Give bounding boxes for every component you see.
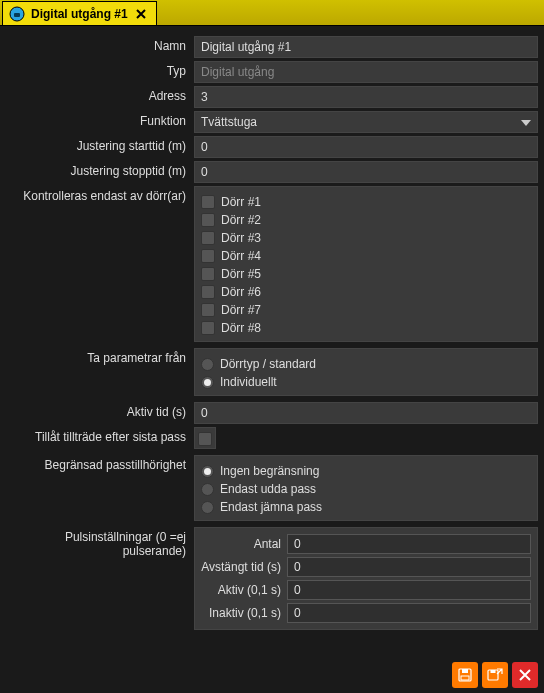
allow-after-last-checkbox[interactable] xyxy=(198,432,212,446)
action-footer xyxy=(452,662,538,688)
door-checkbox-row: Dörr #2 xyxy=(201,211,531,229)
door-label: Dörr #4 xyxy=(221,249,261,263)
params-radio-label: Dörrtyp / standard xyxy=(220,357,316,371)
cancel-button[interactable] xyxy=(512,662,538,688)
door-checkbox-row: Dörr #4 xyxy=(201,247,531,265)
door-checkbox-row: Dörr #3 xyxy=(201,229,531,247)
limited-pass-radio[interactable] xyxy=(201,483,214,496)
door-checkbox-row: Dörr #8 xyxy=(201,319,531,337)
type-field: Digital utgång xyxy=(194,61,538,83)
label-controlled-by: Kontrolleras endast av dörr(ar) xyxy=(6,186,194,203)
params-radio-label: Individuellt xyxy=(220,375,277,389)
label-params-from: Ta parametrar från xyxy=(6,348,194,365)
label-pulse-count: Antal xyxy=(201,537,287,551)
door-label: Dörr #3 xyxy=(221,231,261,245)
app-icon xyxy=(9,6,25,22)
label-type: Typ xyxy=(6,61,194,78)
params-radio[interactable] xyxy=(201,358,214,371)
door-checkbox[interactable] xyxy=(201,285,215,299)
door-checkbox[interactable] xyxy=(201,249,215,263)
door-label: Dörr #2 xyxy=(221,213,261,227)
name-input[interactable] xyxy=(194,36,538,58)
svg-rect-6 xyxy=(491,670,496,673)
door-checkbox-row: Dörr #7 xyxy=(201,301,531,319)
chevron-down-icon xyxy=(521,112,531,132)
pulse-off-input[interactable] xyxy=(287,557,531,577)
pulse-group: Antal Avstängt tid (s) Aktiv (0,1 s) Ina… xyxy=(194,527,538,630)
pulse-inactive-input[interactable] xyxy=(287,603,531,623)
door-checkbox[interactable] xyxy=(201,213,215,227)
pulse-count-input[interactable] xyxy=(287,534,531,554)
params-radio-row: Individuellt xyxy=(201,373,531,391)
save-button[interactable] xyxy=(452,662,478,688)
tab-title: Digital utgång #1 xyxy=(31,7,128,21)
close-icon[interactable] xyxy=(134,7,148,21)
door-checkbox[interactable] xyxy=(201,231,215,245)
svg-rect-1 xyxy=(14,13,20,17)
function-select[interactable]: Tvättstuga xyxy=(194,111,538,133)
limited-pass-radio[interactable] xyxy=(201,465,214,478)
adj-stop-input[interactable] xyxy=(194,161,538,183)
params-radio-row: Dörrtyp / standard xyxy=(201,355,531,373)
limited-pass-radio-label: Ingen begränsning xyxy=(220,464,319,478)
door-checkbox-row: Dörr #1 xyxy=(201,193,531,211)
tab-active[interactable]: Digital utgång #1 xyxy=(2,1,157,25)
svg-rect-4 xyxy=(461,676,469,680)
door-label: Dörr #1 xyxy=(221,195,261,209)
label-pulse-off: Avstängt tid (s) xyxy=(201,560,287,574)
allow-after-last-container xyxy=(194,427,216,449)
doors-group: Dörr #1Dörr #2Dörr #3Dörr #4Dörr #5Dörr … xyxy=(194,186,538,342)
adj-start-input[interactable] xyxy=(194,136,538,158)
door-checkbox-row: Dörr #5 xyxy=(201,265,531,283)
door-checkbox-row: Dörr #6 xyxy=(201,283,531,301)
limited-pass-group: Ingen begränsningEndast udda passEndast … xyxy=(194,455,538,521)
label-address: Adress xyxy=(6,86,194,103)
label-name: Namn xyxy=(6,36,194,53)
save-close-button[interactable] xyxy=(482,662,508,688)
label-active-time: Aktiv tid (s) xyxy=(6,402,194,419)
door-checkbox[interactable] xyxy=(201,195,215,209)
door-checkbox[interactable] xyxy=(201,321,215,335)
limited-pass-radio-row: Endast jämna pass xyxy=(201,498,531,516)
active-time-input[interactable] xyxy=(194,402,538,424)
limited-pass-radio-label: Endast jämna pass xyxy=(220,500,322,514)
form-content: Namn Typ Digital utgång Adress Funktion … xyxy=(0,26,544,639)
door-label: Dörr #7 xyxy=(221,303,261,317)
pulse-active-input[interactable] xyxy=(287,580,531,600)
limited-pass-radio-row: Endast udda pass xyxy=(201,480,531,498)
door-label: Dörr #5 xyxy=(221,267,261,281)
tab-bar: Digital utgång #1 xyxy=(0,0,544,26)
door-label: Dörr #6 xyxy=(221,285,261,299)
door-checkbox[interactable] xyxy=(201,303,215,317)
label-adj-stop: Justering stopptid (m) xyxy=(6,161,194,178)
label-adj-start: Justering starttid (m) xyxy=(6,136,194,153)
label-limited-pass: Begränsad passtillhörighet xyxy=(6,455,194,472)
params-from-group: Dörrtyp / standardIndividuellt xyxy=(194,348,538,396)
label-pulse-inactive: Inaktiv (0,1 s) xyxy=(201,606,287,620)
door-checkbox[interactable] xyxy=(201,267,215,281)
address-input[interactable] xyxy=(194,86,538,108)
label-pulse-settings: Pulsinställningar (0 =ej pulserande) xyxy=(6,527,194,558)
label-function: Funktion xyxy=(6,111,194,128)
params-radio[interactable] xyxy=(201,376,214,389)
svg-rect-3 xyxy=(462,669,468,673)
door-label: Dörr #8 xyxy=(221,321,261,335)
function-value: Tvättstuga xyxy=(201,112,257,132)
label-pulse-active: Aktiv (0,1 s) xyxy=(201,583,287,597)
label-allow-after-last: Tillåt tillträde efter sista pass xyxy=(6,427,194,444)
limited-pass-radio[interactable] xyxy=(201,501,214,514)
limited-pass-radio-row: Ingen begränsning xyxy=(201,462,531,480)
limited-pass-radio-label: Endast udda pass xyxy=(220,482,316,496)
